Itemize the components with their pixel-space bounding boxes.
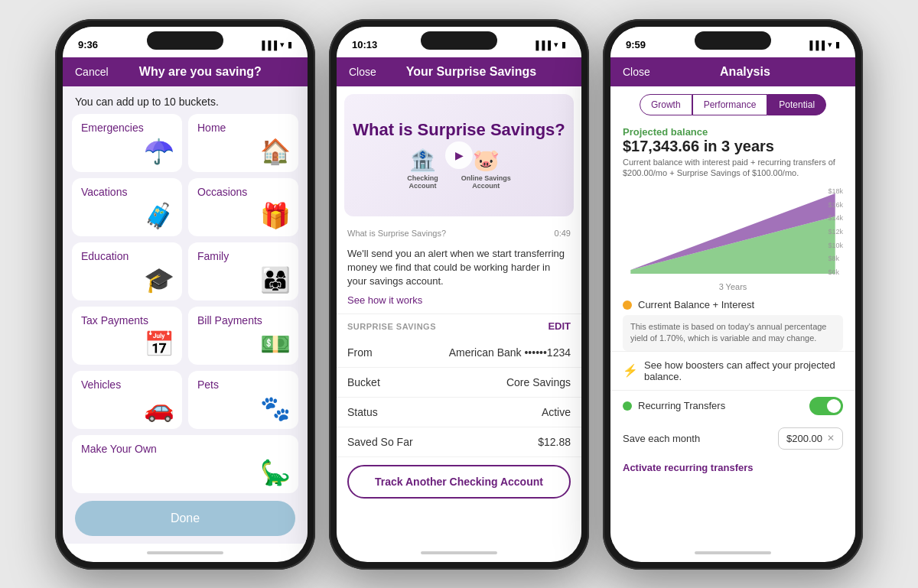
detail-row-saved: Saved So Far $12.88 bbox=[337, 427, 581, 457]
status-icons-2: ▐▐▐ ▾ ▮ bbox=[533, 40, 566, 50]
bucket-make-your-own[interactable]: Make Your Own 🦕 bbox=[72, 435, 298, 493]
app-header-2: Close Your Surprise Savings · bbox=[337, 57, 581, 86]
clear-amount-icon[interactable]: ✕ bbox=[827, 433, 835, 443]
time-3: 9:59 bbox=[626, 39, 646, 50]
buckets-subtitle: You can add up to 10 buckets. bbox=[63, 86, 308, 114]
phone-2: 10:13 ▐▐▐ ▾ ▮ Close Your Surprise Saving… bbox=[329, 19, 589, 570]
section-label: SURPRISE SAVINGS bbox=[347, 322, 436, 331]
checking-account-icon: 🏦 CheckingAccount bbox=[407, 148, 438, 190]
home-bar-2 bbox=[421, 551, 497, 554]
cancel-button[interactable]: Cancel bbox=[75, 66, 109, 78]
phone-3: 9:59 ▐▐▐ ▾ ▮ Close Analysis · Growth Per… bbox=[603, 19, 863, 570]
x-label-3years: 3 Years bbox=[623, 282, 843, 291]
home-bar-3 bbox=[695, 551, 771, 554]
header-title-1: Why are you saving? bbox=[139, 65, 262, 79]
tab-growth[interactable]: Growth bbox=[640, 94, 692, 115]
done-button[interactable]: Done bbox=[75, 501, 295, 536]
battery-icon-3: ▮ bbox=[835, 40, 840, 50]
bucket-emergencies-label: Emergencies bbox=[81, 122, 173, 134]
recurring-toggle[interactable] bbox=[809, 397, 843, 415]
bucket-vehicles-icon: 🚗 bbox=[144, 394, 174, 423]
video-label: What is Surprise Savings? bbox=[347, 229, 446, 238]
surprise-video-title: What is Surprise Savings? bbox=[353, 120, 565, 140]
bucket-tax-label: Tax Payments bbox=[81, 314, 173, 326]
bucket-make-label: Make Your Own bbox=[81, 443, 289, 455]
status-bar-3: 9:59 ▐▐▐ ▾ ▮ bbox=[610, 27, 855, 57]
notch-2 bbox=[421, 31, 497, 50]
notch-1 bbox=[147, 31, 223, 50]
bucket-vehicles-label: Vehicles bbox=[81, 378, 173, 391]
notch-3 bbox=[695, 31, 771, 50]
bucket-vehicles[interactable]: Vehicles 🚗 bbox=[72, 371, 182, 429]
projected-label: Projected balance bbox=[623, 126, 843, 138]
see-how-link[interactable]: See how it works bbox=[337, 294, 581, 313]
play-button[interactable]: ▶ bbox=[445, 141, 473, 169]
bucket-occasions-label: Occasions bbox=[197, 186, 289, 198]
signal-icon: ▐▐▐ bbox=[259, 41, 277, 50]
bucket-bill-icon: 💵 bbox=[260, 330, 291, 359]
phone-1: 9:36 ▐▐▐ ▾ ▮ Cancel Why are you saving? … bbox=[55, 19, 315, 570]
bucket-occasions[interactable]: Occasions 🎁 bbox=[188, 178, 298, 236]
svg-marker-0 bbox=[630, 216, 835, 274]
surprise-savings-video[interactable]: What is Surprise Savings? 🏦 CheckingAcco… bbox=[344, 94, 574, 216]
y-axis-labels: $18k $16k $14k $12k $10k $8k $6k bbox=[828, 186, 843, 278]
status-bar-1: 9:36 ▐▐▐ ▾ ▮ bbox=[63, 27, 308, 57]
app-header-3: Close Analysis · bbox=[610, 57, 855, 86]
status-icons-1: ▐▐▐ ▾ ▮ bbox=[259, 40, 292, 50]
phone1-content: You can add up to 10 buckets. Emergencie… bbox=[63, 86, 308, 544]
home-indicator-2 bbox=[337, 544, 581, 562]
close-button-3[interactable]: Close bbox=[623, 66, 650, 78]
bucket-family[interactable]: Family 👨‍👩‍👧 bbox=[188, 242, 298, 300]
save-month-label: Save each month bbox=[623, 433, 778, 444]
bucket-make-icon: 🦕 bbox=[260, 458, 291, 487]
recurring-transfers-row: Recurring Transfers bbox=[610, 390, 855, 421]
detail-row-bucket: Bucket Core Savings bbox=[337, 368, 581, 398]
projected-balance-section: Projected balance $17,343.66 in 3 years … bbox=[610, 122, 855, 182]
edit-button[interactable]: EDIT bbox=[548, 320, 571, 332]
bucket-emergencies-icon: ☂️ bbox=[144, 137, 174, 166]
tab-performance[interactable]: Performance bbox=[692, 94, 768, 115]
bucket-home-icon: 🏠 bbox=[260, 137, 291, 166]
bucket-home[interactable]: Home 🏠 bbox=[188, 114, 298, 172]
bucket-vacations[interactable]: Vacations 🧳 bbox=[72, 178, 182, 236]
home-indicator-3 bbox=[610, 544, 855, 562]
recurring-dot bbox=[623, 401, 632, 411]
from-label: From bbox=[347, 346, 373, 359]
phone2-content: What is Surprise Savings? 🏦 CheckingAcco… bbox=[337, 86, 581, 544]
status-icons-3: ▐▐▐ ▾ ▮ bbox=[807, 40, 840, 50]
projected-amount: $17,343.66 in 3 years bbox=[623, 138, 843, 155]
bucket-bill-payments[interactable]: Bill Payments 💵 bbox=[188, 307, 298, 365]
saved-so-far-label: Saved So Far bbox=[347, 436, 413, 448]
bucket-vacations-icon: 🧳 bbox=[144, 201, 174, 230]
bucket-home-label: Home bbox=[197, 122, 289, 134]
bucket-emergencies[interactable]: Emergencies ☂️ bbox=[72, 114, 182, 172]
bucket-pets[interactable]: Pets 🐾 bbox=[188, 371, 298, 429]
activate-recurring-link[interactable]: Activate recurring transfers bbox=[610, 456, 855, 479]
video-duration: 0:49 bbox=[555, 229, 571, 238]
time-2: 10:13 bbox=[352, 39, 377, 50]
saved-so-far-value: $12.88 bbox=[538, 436, 571, 448]
save-amount-field[interactable]: $200.00 ✕ bbox=[778, 427, 843, 450]
legend-current-balance: Current Balance + Interest bbox=[610, 294, 855, 315]
save-amount-value: $200.00 bbox=[786, 433, 822, 444]
tab-potential[interactable]: Potential bbox=[767, 94, 826, 115]
bucket-tax-payments[interactable]: Tax Payments 📅 bbox=[72, 307, 182, 365]
phone3-content: Growth Performance Potential Projected b… bbox=[610, 86, 855, 544]
bucket-label-2: Bucket bbox=[347, 376, 380, 388]
wifi-icon: ▾ bbox=[280, 40, 285, 50]
buckets-grid: Emergencies ☂️ Home 🏠 Vacations 🧳 Occasi… bbox=[63, 114, 308, 493]
status-label: Status bbox=[347, 406, 378, 418]
battery-icon-2: ▮ bbox=[562, 40, 566, 50]
save-month-row: Save each month $200.00 ✕ bbox=[610, 421, 855, 456]
screenshot-wrapper: 9:36 ▐▐▐ ▾ ▮ Cancel Why are you saving? … bbox=[55, 19, 863, 570]
bucket-education[interactable]: Education 🎓 bbox=[72, 242, 182, 300]
from-value: American Bank ••••••1234 bbox=[449, 346, 571, 359]
booster-text: See how boosters can affect your project… bbox=[644, 359, 843, 382]
time-1: 9:36 bbox=[78, 39, 98, 50]
bucket-bill-label: Bill Payments bbox=[197, 314, 289, 326]
video-info-row: What is Surprise Savings? 0:49 bbox=[337, 224, 581, 242]
track-another-button[interactable]: Track Another Checking Account bbox=[347, 465, 571, 499]
surprise-section-header: SURPRISE SAVINGS EDIT bbox=[337, 313, 581, 338]
close-button-2[interactable]: Close bbox=[349, 66, 376, 78]
wifi-icon-2: ▾ bbox=[554, 40, 558, 50]
